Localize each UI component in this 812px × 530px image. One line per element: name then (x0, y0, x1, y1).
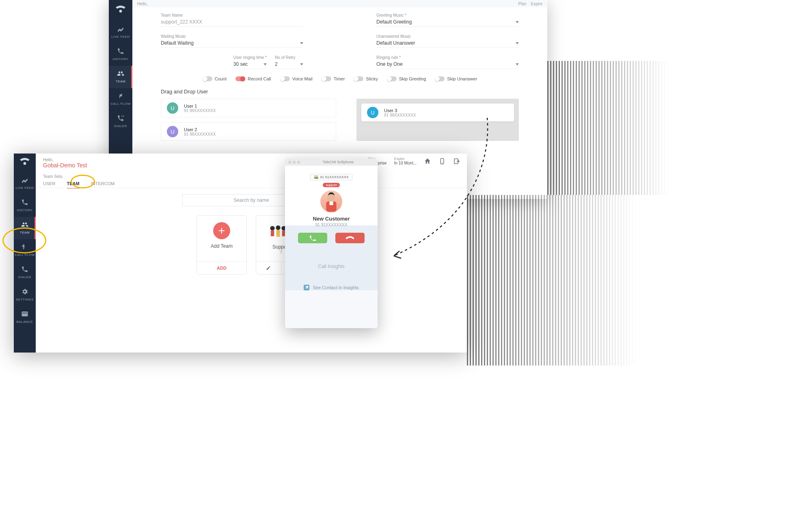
chevron-down-icon (516, 63, 519, 65)
decorative-stripe (547, 61, 669, 195)
user-card[interactable]: UUser 291 98XXXXXXXX (161, 122, 336, 141)
svg-point-2 (24, 162, 26, 165)
toggle-skip-unanswer[interactable]: Skip Unanswer (435, 76, 477, 81)
logout-icon[interactable] (453, 158, 460, 165)
assigned-users-dropzone[interactable]: UUser 391 98XXXXXXXX (356, 99, 519, 141)
plus-icon[interactable]: + (213, 222, 230, 239)
svg-point-0 (119, 10, 122, 13)
toggle-count[interactable]: Count (203, 76, 227, 81)
nav-team[interactable]: TEAM (109, 66, 132, 88)
nav-settings[interactable]: SETTINGS (14, 284, 36, 306)
nav-call-flow[interactable]: CALL FLOW (14, 239, 36, 262)
window-controls[interactable] (288, 161, 300, 164)
back-topbar: Hello, Plan Expire (132, 0, 547, 7)
home-icon[interactable] (424, 158, 431, 165)
chevron-down-icon (516, 42, 519, 44)
drag-drop-title: Drag and Drop User (161, 89, 519, 95)
nav-call-flow[interactable]: CALL FLOW (109, 88, 132, 110)
svg-rect-7 (271, 231, 274, 236)
answer-button[interactable] (298, 233, 327, 243)
add-team-card: + Add Team ADD (197, 215, 247, 275)
header-right: PlanEnterprise ExpireIn 10 Mont... (368, 157, 460, 165)
greeting-music-select[interactable]: Greeting Music * Default Greeting (376, 13, 519, 27)
ringing-rule-select[interactable]: Ringing rule * One by One (376, 55, 519, 69)
caller-badge: 🇮🇳91 91XXXXXXXX (310, 174, 352, 180)
team-name-field[interactable]: Team Name support_222 XXXX (161, 13, 303, 27)
teams-area: Search by name + Add Team ADD Support 3 (36, 190, 467, 353)
divider (36, 188, 467, 188)
retry-select[interactable]: No of Retry 2 (275, 55, 303, 69)
toggles-row: Count Record Call Voice Mail Timer Stick… (161, 76, 519, 81)
decorative-stripe (467, 195, 637, 366)
user-card[interactable]: UUser 191 98XXXXXXXX (161, 99, 336, 117)
front-sidebar: LIVE FEED HISTORY TEAM CALL FLOW DIALER … (14, 154, 36, 353)
team-pill: support (323, 183, 340, 187)
insights-link[interactable]: See Contact in Insights (291, 285, 372, 290)
chevron-down-icon (300, 63, 303, 65)
toggle-voice-mail[interactable]: Voice Mail (280, 76, 313, 81)
ring-time-select[interactable]: User ringing time * 30 sec (233, 55, 267, 69)
softphone-titlebar: TeleCMI Softphone (285, 158, 378, 166)
svg-rect-9 (276, 230, 280, 237)
hello-text: Hello, (137, 2, 148, 6)
nav-balance[interactable]: BALANCE (14, 306, 36, 329)
user-card[interactable]: UUser 391 98XXXXXXXX (361, 104, 514, 121)
softphone-window: TeleCMI Softphone 🇮🇳91 91XXXXXXXX suppor… (285, 158, 378, 328)
nav-live-feed[interactable]: LIVE FEED (109, 21, 132, 43)
add-button[interactable]: ADD (197, 262, 246, 274)
insights-title: Call Insights (291, 264, 372, 269)
nav-team[interactable]: TEAM (14, 217, 36, 239)
svg-rect-16 (330, 201, 333, 205)
nav-history[interactable]: HISTORY (109, 43, 132, 66)
main-app-window: LIVE FEED HISTORY TEAM CALL FLOW DIALER … (14, 154, 467, 353)
section-title: Team Setu (43, 174, 460, 179)
chevron-down-icon (263, 63, 267, 65)
toggle-sticky[interactable]: Sticky (354, 76, 378, 81)
toggle-skip-greeting[interactable]: Skip Greeting (387, 76, 426, 81)
caller-avatar (320, 190, 342, 212)
app-logo-icon (114, 5, 127, 15)
svg-point-6 (270, 226, 274, 230)
available-users-list[interactable]: UUser 191 98XXXXXXXX UUser 291 98XXXXXXX… (161, 99, 336, 141)
chevron-down-icon (516, 21, 519, 23)
nav-dialer[interactable]: SIPDIALER (109, 110, 132, 133)
mobile-icon[interactable] (438, 158, 446, 165)
nav-live-feed[interactable]: LIVE FEED (14, 172, 36, 195)
svg-point-8 (276, 225, 280, 230)
nav-dialer[interactable]: DIALER (14, 262, 36, 284)
toggle-timer[interactable]: Timer (322, 76, 345, 81)
caller-number: 91 91XXXXXXXX (315, 223, 347, 227)
chevron-down-icon (300, 42, 303, 44)
edit-button[interactable] (256, 262, 281, 274)
nav-history[interactable]: HISTORY (14, 195, 36, 217)
caller-name: New Customer (313, 216, 350, 222)
waiting-music-select[interactable]: Waiting Music Default Waiting (161, 34, 303, 48)
external-link-icon (304, 285, 309, 290)
front-header: Hello, Gobal-Demo Test Team Setu USER TE… (36, 154, 467, 188)
unanswered-music-select[interactable]: Unanswered Music Default Unanswer (376, 34, 519, 48)
toggle-record-call[interactable]: Record Call (235, 76, 271, 81)
decline-button[interactable] (335, 233, 365, 243)
app-logo-icon (18, 158, 32, 167)
svg-text:SIP: SIP (121, 115, 125, 117)
